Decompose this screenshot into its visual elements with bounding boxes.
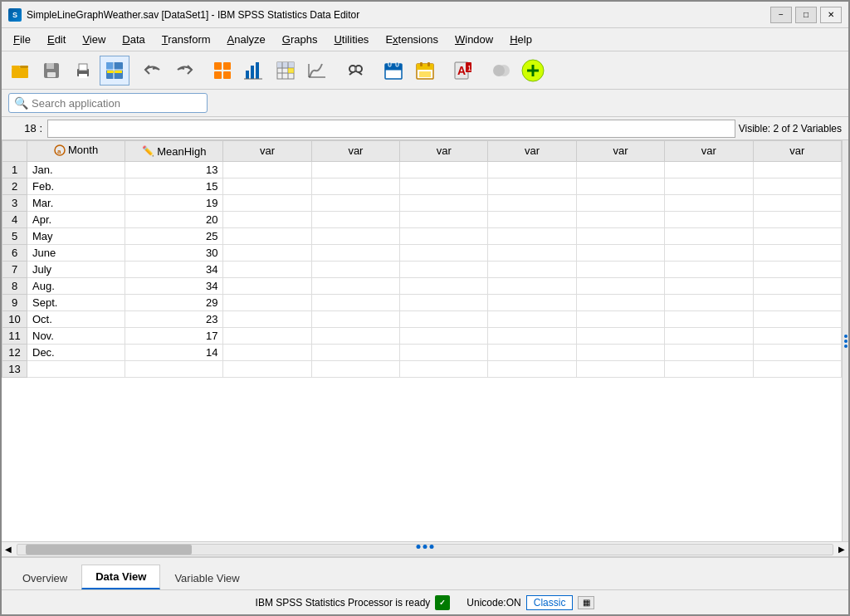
var-cell[interactable]	[753, 277, 841, 294]
month-cell[interactable]: Aug.	[27, 277, 125, 294]
var-cell[interactable]	[400, 178, 488, 194]
menu-transform[interactable]: Transform	[154, 31, 219, 48]
var-cell[interactable]	[223, 360, 311, 377]
var-cell[interactable]	[665, 360, 753, 377]
var-cell[interactable]	[488, 227, 576, 244]
var-cell[interactable]	[753, 194, 841, 211]
var-cell[interactable]	[665, 310, 753, 327]
meanhigh-cell[interactable]: 19	[125, 194, 223, 211]
var-cell[interactable]	[665, 194, 753, 211]
tab-variable-view[interactable]: Variable View	[160, 566, 253, 589]
var-cell[interactable]	[753, 294, 841, 310]
var-cell[interactable]	[576, 344, 664, 360]
var-cell[interactable]	[311, 194, 399, 211]
undo-button[interactable]	[138, 56, 168, 86]
var-cell[interactable]	[223, 294, 311, 310]
var-cell[interactable]	[576, 161, 664, 178]
var-cell[interactable]	[665, 178, 753, 194]
grid-scroll[interactable]: a Month ✏️ MeanHigh	[2, 140, 842, 541]
var-cell[interactable]	[311, 244, 399, 261]
month-cell[interactable]: Oct.	[27, 310, 125, 327]
col-header-var3[interactable]: var	[400, 141, 488, 162]
var-cell[interactable]	[665, 161, 753, 178]
hscroll-thumb[interactable]	[26, 545, 192, 555]
var-cell[interactable]	[311, 294, 399, 310]
tab-data-view[interactable]: Data View	[81, 565, 160, 589]
var-cell[interactable]	[223, 344, 311, 360]
menu-graphs[interactable]: Graphs	[274, 31, 326, 48]
var-cell[interactable]	[488, 327, 576, 344]
var-cell[interactable]	[311, 227, 399, 244]
var-cell[interactable]	[753, 178, 841, 194]
menu-extensions[interactable]: Extensions	[377, 31, 447, 48]
var-cell[interactable]	[753, 261, 841, 277]
menu-view[interactable]: View	[74, 31, 114, 48]
var-cell[interactable]	[753, 327, 841, 344]
var-cell[interactable]	[400, 344, 488, 360]
hscroll-track[interactable]	[17, 544, 833, 555]
var-cell[interactable]	[223, 277, 311, 294]
hscroll-right-arrow[interactable]: ▶	[835, 545, 848, 554]
var-cell[interactable]	[311, 178, 399, 194]
var-cell[interactable]	[665, 294, 753, 310]
var-cell[interactable]	[311, 344, 399, 360]
menu-utilities[interactable]: Utilities	[325, 31, 377, 48]
month-cell[interactable]: July	[27, 261, 125, 277]
var-cell[interactable]	[576, 277, 664, 294]
meanhigh-cell[interactable]	[125, 360, 223, 377]
variables-button[interactable]	[208, 56, 237, 86]
month-cell[interactable]: Jan.	[27, 161, 125, 178]
var-cell[interactable]	[311, 161, 399, 178]
var-cell[interactable]	[753, 344, 841, 360]
var-cell[interactable]	[488, 261, 576, 277]
var-cell[interactable]	[400, 244, 488, 261]
calendar-button[interactable]	[379, 56, 408, 86]
menu-window[interactable]: Window	[447, 31, 501, 48]
var-cell[interactable]	[223, 211, 311, 227]
meanhigh-cell[interactable]: 25	[125, 227, 223, 244]
var-cell[interactable]	[576, 244, 664, 261]
month-cell[interactable]: Dec.	[27, 344, 125, 360]
var-cell[interactable]	[311, 277, 399, 294]
var-cell[interactable]	[665, 327, 753, 344]
var-cell[interactable]	[223, 244, 311, 261]
var-cell[interactable]	[488, 161, 576, 178]
var-cell[interactable]	[665, 277, 753, 294]
var-cell[interactable]	[576, 327, 664, 344]
col-header-var1[interactable]: var	[223, 141, 311, 162]
var-cell[interactable]	[400, 310, 488, 327]
meanhigh-cell[interactable]: 17	[125, 327, 223, 344]
var-cell[interactable]	[400, 277, 488, 294]
add-cases-button[interactable]	[518, 56, 548, 86]
var-cell[interactable]	[488, 360, 576, 377]
chart-button[interactable]	[302, 56, 332, 86]
var-cell[interactable]	[753, 211, 841, 227]
data-editor-button[interactable]	[100, 56, 129, 86]
var-cell[interactable]	[223, 261, 311, 277]
open-button[interactable]	[5, 56, 35, 86]
var-cell[interactable]	[488, 294, 576, 310]
var-cell[interactable]	[488, 178, 576, 194]
var-cell[interactable]	[576, 211, 664, 227]
var-cell[interactable]	[753, 227, 841, 244]
var-cell[interactable]	[576, 178, 664, 194]
maximize-button[interactable]: □	[795, 7, 817, 23]
var-cell[interactable]	[223, 327, 311, 344]
right-resize-handle[interactable]	[842, 140, 848, 541]
meanhigh-cell[interactable]: 13	[125, 161, 223, 178]
var-cell[interactable]	[223, 194, 311, 211]
month-cell[interactable]: June	[27, 244, 125, 261]
menu-file[interactable]: File	[5, 31, 39, 48]
meanhigh-cell[interactable]: 23	[125, 310, 223, 327]
meanhigh-cell[interactable]: 34	[125, 277, 223, 294]
var-cell[interactable]	[753, 360, 841, 377]
var-cell[interactable]	[488, 244, 576, 261]
var-cell[interactable]	[665, 227, 753, 244]
var-cell[interactable]	[400, 211, 488, 227]
month-cell[interactable]: Mar.	[27, 194, 125, 211]
col-header-var6[interactable]: var	[665, 141, 753, 162]
redo-button[interactable]	[169, 56, 199, 86]
var-cell[interactable]	[665, 244, 753, 261]
close-button[interactable]: ✕	[820, 7, 842, 23]
col-header-meanhigh[interactable]: ✏️ MeanHigh	[125, 141, 223, 162]
